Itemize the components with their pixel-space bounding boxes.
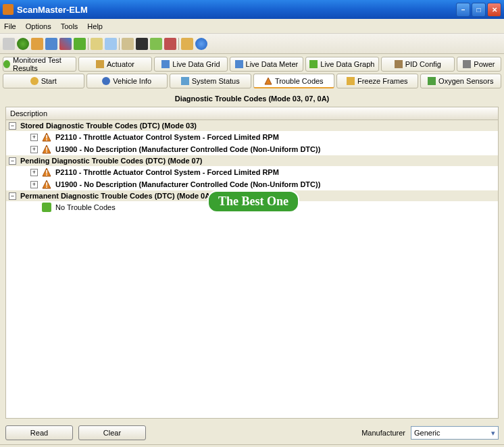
freeze-icon	[347, 77, 355, 85]
dtc-text: No Trouble Codes	[55, 203, 116, 211]
info-icon[interactable]	[195, 38, 207, 50]
warn-icon: !	[42, 144, 51, 154]
tab-monitored-test-results[interactable]: Monitored Test Results	[3, 57, 76, 72]
svg-text:!: !	[45, 146, 48, 154]
status-icon	[181, 77, 189, 85]
tab-oxygen-sensors[interactable]: Oxygen Sensors	[420, 74, 502, 88]
svg-text:!: !	[45, 169, 48, 177]
o2-icon	[428, 77, 436, 85]
warn-icon	[264, 77, 272, 85]
dtc-text: P2110 - Throttle Actuator Control System…	[55, 133, 279, 141]
toolbar-button-11[interactable]	[150, 38, 162, 50]
menu-file[interactable]: File	[4, 22, 16, 30]
dtc-text: P2110 - Throttle Actuator Control System…	[55, 168, 279, 176]
chart-icon[interactable]	[59, 38, 72, 50]
tab-freeze-frames[interactable]: Freeze Frames	[336, 74, 418, 88]
expand-icon[interactable]: +	[30, 181, 38, 188]
maximize-button[interactable]: □	[472, 3, 486, 17]
warn-icon: !	[42, 167, 51, 177]
svg-text:!: !	[45, 181, 48, 189]
collapse-icon[interactable]: −	[9, 192, 16, 200]
results-icon	[3, 60, 10, 68]
expand-icon[interactable]: +	[30, 146, 38, 153]
expand-icon[interactable]: +	[30, 169, 38, 176]
toolbar-button-3[interactable]	[31, 38, 43, 50]
grid-icon	[161, 60, 170, 68]
dtc-item[interactable]: +!P2110 - Throttle Actuator Control Syst…	[6, 131, 498, 143]
titlebar: ScanMaster-ELM – □ ✕	[0, 0, 504, 19]
grid-icon[interactable]	[45, 38, 57, 50]
dtc-item[interactable]: +!U1900 - No Description (Manufacturer C…	[6, 178, 498, 190]
actuator-icon	[96, 60, 104, 68]
collapse-icon[interactable]: −	[9, 122, 16, 130]
tab-live-data-meter[interactable]: Live Data Meter	[230, 57, 303, 72]
tab-power[interactable]: Power	[457, 57, 501, 72]
read-button[interactable]: Read	[5, 425, 73, 440]
menu-tools[interactable]: Tools	[61, 22, 78, 30]
collapse-icon[interactable]: −	[9, 157, 16, 165]
toolbar-button-12[interactable]	[164, 38, 176, 50]
toolbar-button-7[interactable]	[91, 38, 103, 50]
group-label: Stored Diagnostic Trouble Codes (DTC) (M…	[20, 122, 197, 130]
dtc-item[interactable]: +!U1900 - No Description (Manufacturer C…	[6, 143, 498, 155]
dtc-item[interactable]: +!P2110 - Throttle Actuator Control Syst…	[6, 166, 498, 178]
minimize-button[interactable]: –	[456, 3, 470, 17]
window-title: ScanMaster-ELM	[17, 5, 455, 15]
app-icon	[3, 4, 14, 15]
toolbar	[0, 34, 504, 54]
tab-trouble-codes[interactable]: Trouble Codes	[253, 74, 335, 88]
panel-title: Diagnostic Trouble Codes (Mode 03, 07, 0…	[5, 90, 499, 107]
manufacturer-label: Manufacturer	[361, 429, 405, 437]
toolbar-button-9[interactable]	[122, 38, 134, 50]
toolbar-button-8[interactable]	[105, 38, 117, 50]
power-icon	[463, 60, 471, 68]
start-icon	[30, 77, 39, 85]
globe-icon[interactable]	[17, 38, 29, 50]
config-icon	[395, 60, 403, 68]
warn-icon: !	[42, 180, 51, 189]
dtc-text: U1900 - No Description (Manufacturer Con…	[55, 180, 320, 188]
graph-icon	[309, 60, 318, 68]
action-bar: Read Clear Manufacturer Generic	[0, 421, 504, 444]
manufacturer-select[interactable]: Generic	[411, 426, 499, 440]
tab-live-data-grid[interactable]: Live Data Grid	[154, 57, 228, 72]
dtc-text: U1900 - No Description (Manufacturer Con…	[55, 145, 320, 153]
tab-system-status[interactable]: System Status	[170, 74, 251, 88]
meter-icon	[235, 60, 243, 68]
watermark: The Best One	[207, 190, 299, 213]
menu-options[interactable]: Options	[26, 22, 51, 30]
console-icon[interactable]	[136, 38, 148, 50]
clear-button[interactable]: Clear	[78, 425, 146, 440]
tab-live-data-graph[interactable]: Live Data Graph	[305, 57, 379, 72]
toolbar-button-6[interactable]	[74, 38, 86, 50]
gear-icon[interactable]	[181, 38, 193, 50]
info-icon	[102, 77, 110, 85]
tabstrip: Monitored Test Results Actuator Live Dat…	[0, 54, 504, 88]
toolbar-button-1[interactable]	[3, 38, 15, 50]
ok-icon	[42, 203, 51, 212]
close-button[interactable]: ✕	[487, 3, 501, 17]
tab-actuator[interactable]: Actuator	[78, 57, 152, 72]
warn-icon: !	[42, 132, 51, 142]
expand-icon[interactable]: +	[30, 134, 38, 141]
group-label: Pending Diagnostic Trouble Codes (DTC) (…	[20, 157, 203, 165]
tab-start[interactable]: Start	[3, 74, 84, 88]
tab-vehicle-info[interactable]: Vehicle Info	[86, 74, 168, 88]
tree-group[interactable]: −Pending Diagnostic Trouble Codes (DTC) …	[6, 155, 498, 166]
svg-marker-0	[265, 78, 272, 84]
group-label: Permanent Diagnostic Trouble Codes (DTC)…	[20, 192, 213, 200]
tab-pid-config[interactable]: PID Config	[381, 57, 455, 72]
tree-group[interactable]: −Stored Diagnostic Trouble Codes (DTC) (…	[6, 120, 498, 131]
statusbar: Port: COM3 Interface: ECU: www.wgsoft.de	[0, 444, 504, 447]
dtc-tree[interactable]: −Stored Diagnostic Trouble Codes (DTC) (…	[5, 120, 499, 419]
menu-help[interactable]: Help	[87, 22, 103, 30]
svg-text:!: !	[45, 134, 48, 142]
menubar: File Options Tools Help	[0, 19, 504, 34]
panel: Diagnostic Trouble Codes (Mode 03, 07, 0…	[5, 90, 499, 419]
column-header-description[interactable]: Description	[5, 107, 499, 120]
